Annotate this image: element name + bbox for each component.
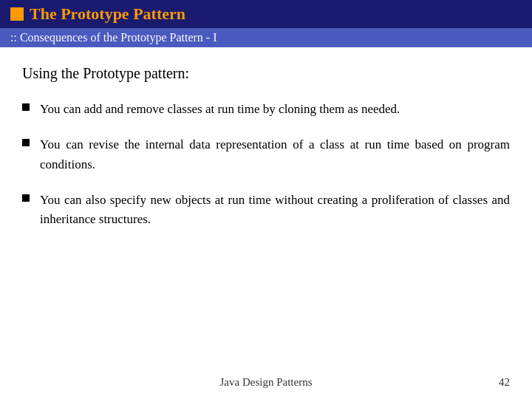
bullet-item-3: You can also specify new objects at run …: [22, 191, 510, 230]
bullet-text-3: You can also specify new objects at run …: [40, 191, 510, 230]
subheader-text: :: Consequences of the Prototype Pattern…: [10, 31, 217, 44]
bullet-square-1: [22, 103, 30, 111]
section-title: Using the Prototype pattern:: [22, 65, 510, 82]
bullet-square-2: [22, 139, 30, 146]
footer-page-number: 42: [499, 376, 510, 389]
content-area: Using the Prototype pattern: You can add…: [0, 47, 532, 261]
footer: Java Design Patterns: [0, 376, 532, 389]
subheader-bar: :: Consequences of the Prototype Pattern…: [0, 28, 532, 47]
bullet-text-1: You can add and remove classes at run ti…: [40, 100, 400, 119]
bullet-item-1: You can add and remove classes at run ti…: [22, 100, 510, 119]
header-title: The Prototype Pattern: [30, 4, 185, 24]
footer-center-text: Java Design Patterns: [220, 376, 313, 389]
bullet-list: You can add and remove classes at run ti…: [22, 100, 510, 230]
slide-container: The Prototype Pattern :: Consequences of…: [0, 0, 532, 399]
header-bar: The Prototype Pattern: [0, 0, 532, 28]
bullet-square-3: [22, 194, 30, 202]
bullet-text-2: You can revise the internal data represe…: [40, 135, 510, 174]
header-icon: [10, 7, 24, 21]
bullet-item-2: You can revise the internal data represe…: [22, 135, 510, 174]
